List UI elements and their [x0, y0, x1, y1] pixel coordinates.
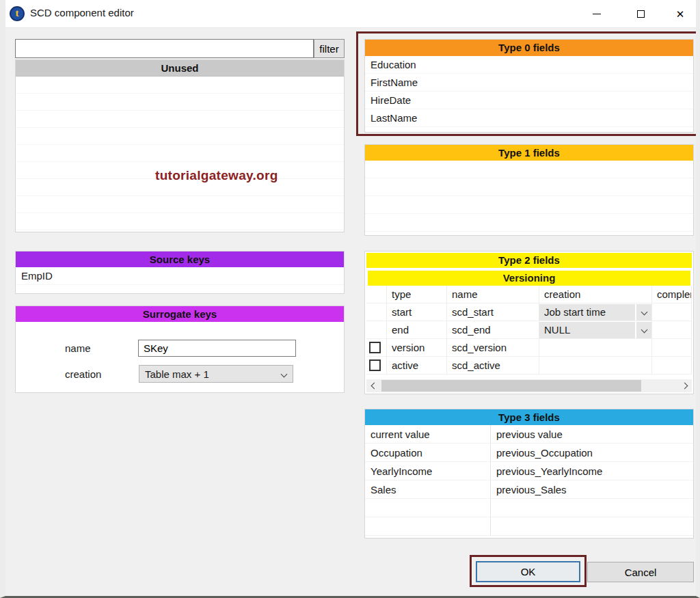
type3-previous-cell[interactable]: previous_YearlyIncome [491, 462, 693, 480]
chevron-left-icon [371, 383, 377, 390]
scroll-right-button[interactable] [679, 379, 692, 392]
title-bar: t SCD component editor ✕ [5, 0, 696, 28]
end-creation-value: NULL [544, 324, 570, 336]
type0-item[interactable]: Education [365, 56, 693, 74]
source-keys-header: Source keys [16, 252, 344, 267]
scd-editor-window: t SCD component editor ✕ filter Unused t… [0, 0, 700, 598]
surrogate-creation-value: Table max + 1 [145, 368, 209, 380]
name-cell-active[interactable]: scd_active [447, 357, 539, 375]
source-key-item[interactable]: EmpID [16, 267, 344, 285]
creation-cell-start: Job start time [539, 303, 652, 321]
tutorialgateway-watermark: tutorialgateway.org [155, 168, 278, 183]
name-cell-end[interactable]: scd_end [447, 321, 539, 339]
type1-header: Type 1 fields [365, 145, 693, 161]
scroll-left-button[interactable] [366, 379, 379, 392]
window-title: SCD component editor [30, 7, 134, 18]
unused-header: Unused [16, 60, 344, 77]
surrogate-creation-label: creation [65, 368, 101, 380]
empty-row [16, 111, 344, 128]
name-cell-version[interactable]: scd_version [447, 339, 539, 357]
column-header-current-value: current value [365, 425, 491, 444]
close-icon: ✕ [676, 9, 685, 19]
column-header-previous-value: previous value [491, 425, 693, 444]
versioning-header: Versioning [368, 271, 690, 286]
empty-row [365, 214, 693, 232]
complement-cell-start [652, 303, 692, 321]
type3-current-cell[interactable]: Sales [365, 480, 491, 499]
table-cell-blank [366, 321, 387, 339]
type3-current-cell[interactable]: YearlyIncome [365, 462, 491, 480]
creation-cell-version [539, 339, 652, 357]
complement-cell-active [652, 357, 692, 375]
creation-cell-end: NULL [539, 321, 652, 339]
empty-row [365, 178, 693, 196]
type3-previous-cell[interactable]: previous_Sales [491, 480, 693, 499]
empty-row [491, 517, 693, 536]
type0-item[interactable]: HireDate [365, 92, 693, 109]
type3-previous-cell[interactable]: previous_Occupation [491, 444, 693, 462]
filter-input[interactable] [15, 39, 314, 58]
empty-row [16, 77, 344, 94]
horizontal-scrollbar[interactable] [366, 379, 692, 392]
empty-row [16, 145, 344, 162]
type0-panel: Type 0 fields Education FirstName HireDa… [364, 39, 694, 133]
app-logo-icon: t [10, 6, 25, 21]
minimize-icon [593, 14, 601, 14]
column-header-type: type [387, 286, 447, 303]
column-header-complement: complement [652, 286, 692, 303]
maximize-icon [637, 10, 645, 18]
type1-panel: Type 1 fields [364, 144, 694, 236]
type-cell-version: version [387, 339, 447, 357]
start-creation-dropdown[interactable]: Job start time [539, 304, 651, 321]
type0-item[interactable]: FirstName [365, 74, 693, 92]
surrogate-keys-header: Surrogate keys [16, 306, 344, 322]
close-button[interactable]: ✕ [664, 0, 696, 28]
versioning-table: type name creation complement start scd_… [366, 286, 692, 375]
filter-button[interactable]: filter [314, 39, 345, 58]
empty-row [365, 499, 491, 517]
active-checkbox-cell [366, 357, 387, 375]
empty-row [365, 517, 491, 536]
empty-row [16, 213, 344, 230]
type3-table: current value previous value Occupation … [365, 425, 693, 536]
type2-header: Type 2 fields [366, 253, 692, 268]
active-checkbox[interactable] [369, 359, 381, 371]
empty-row [365, 161, 693, 178]
ok-button[interactable]: OK [476, 561, 580, 582]
type0-header: Type 0 fields [365, 40, 693, 56]
maximize-button[interactable] [625, 0, 656, 28]
source-keys-panel: Source keys EmpID [15, 251, 345, 294]
column-header-name: name [447, 286, 539, 303]
type3-header: Type 3 fields [365, 409, 693, 425]
header-cell-blank [366, 286, 387, 303]
surrogate-name-input[interactable] [138, 340, 296, 357]
surrogate-creation-dropdown[interactable]: Table max + 1 [139, 365, 293, 383]
cancel-button[interactable]: Cancel [587, 562, 694, 582]
version-checkbox[interactable] [369, 342, 381, 353]
creation-cell-active [539, 357, 652, 375]
complement-cell-version [652, 339, 692, 357]
name-cell-start[interactable]: scd_start [447, 303, 539, 321]
start-creation-value: Job start time [544, 306, 606, 318]
chevron-down-icon [281, 371, 288, 378]
type3-panel: Type 3 fields current value previous val… [364, 409, 694, 539]
complement-cell-end [652, 321, 692, 339]
type-cell-active: active [387, 357, 447, 375]
type-cell-end: end [387, 321, 447, 339]
empty-row [16, 196, 344, 213]
version-checkbox-cell [366, 339, 387, 357]
type2-panel: Type 2 fields Versioning type name creat… [364, 251, 694, 394]
empty-row [16, 94, 344, 111]
scrollbar-thumb[interactable] [381, 380, 641, 392]
empty-row [365, 196, 693, 214]
chevron-right-icon [681, 383, 688, 390]
table-cell-blank [366, 303, 387, 321]
chevron-down-icon [635, 322, 651, 338]
minimize-button[interactable] [581, 0, 612, 28]
empty-row [16, 128, 344, 145]
column-header-creation: creation [539, 286, 652, 303]
surrogate-keys-panel: Surrogate keys name creation Table max +… [15, 305, 345, 393]
type3-current-cell[interactable]: Occupation [365, 444, 491, 462]
type0-item[interactable]: LastName [365, 109, 693, 127]
end-creation-dropdown[interactable]: NULL [539, 322, 651, 338]
